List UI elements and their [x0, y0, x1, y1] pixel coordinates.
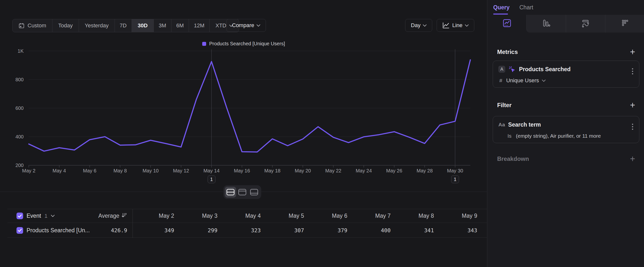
annotation-badge[interactable]: 1: [451, 175, 459, 183]
kebab-menu-icon[interactable]: [632, 68, 633, 74]
cell-value: 341: [397, 227, 434, 233]
svg-text:May 10: May 10: [142, 168, 159, 173]
string-type-icon: Aa: [498, 122, 505, 128]
insights-tab[interactable]: [487, 15, 526, 33]
cell-value: 343: [440, 227, 477, 233]
date-column-header[interactable]: May 6: [310, 212, 347, 219]
chevron-down-icon[interactable]: [542, 80, 546, 82]
date-column-header[interactable]: May 7: [354, 212, 391, 219]
range-6m[interactable]: 6M: [172, 19, 189, 32]
average-value: 426.9: [111, 227, 127, 233]
range-12m[interactable]: 12M: [189, 19, 210, 32]
svg-text:May 14: May 14: [204, 168, 220, 173]
filter-card[interactable]: Aa Search term Is (empty string), Air pu…: [493, 116, 639, 143]
column-divider: [132, 209, 133, 238]
date-column-header[interactable]: May 3: [180, 212, 218, 219]
event-count: 1: [44, 213, 48, 219]
kebab-menu-icon[interactable]: [632, 124, 633, 130]
more-charts-tab[interactable]: [605, 15, 644, 33]
date-column-header[interactable]: May 8: [397, 212, 434, 219]
split-view-button[interactable]: [225, 187, 236, 197]
insights-icon: [502, 18, 512, 29]
date-column-header[interactable]: May 2: [137, 212, 174, 219]
metrics-heading: Metrics: [497, 49, 518, 55]
svg-text:800: 800: [16, 77, 24, 82]
more-charts-icon: [620, 19, 629, 29]
compare-button[interactable]: Compare: [226, 19, 266, 32]
annotation-badge[interactable]: 1: [208, 175, 216, 183]
svg-text:May 6: May 6: [83, 168, 96, 173]
chevron-down-icon: [256, 24, 260, 27]
legend-swatch: [202, 42, 206, 46]
filter-row: Aa Search term: [498, 120, 623, 130]
line-chart[interactable]: 1K800600400200May 2May 4May 6May 8May 10…: [0, 49, 487, 187]
legend-label: Products Searched [Unique Users]: [209, 41, 285, 47]
date-column-header[interactable]: May 5: [267, 212, 304, 219]
event-name-cell: Products Searched [Un...: [8, 227, 90, 234]
tab-chart[interactable]: Chart: [519, 4, 533, 11]
row-checkbox[interactable]: [16, 227, 23, 234]
metrics-section-header: Metrics +: [497, 48, 635, 56]
granularity-button[interactable]: Day: [405, 19, 432, 32]
cell-value: 400: [354, 227, 391, 233]
svg-text:May 26: May 26: [386, 168, 402, 173]
svg-text:May 20: May 20: [295, 168, 311, 173]
tab-query[interactable]: Query: [493, 4, 510, 11]
flows-tab[interactable]: [566, 15, 605, 33]
aggregation-selector[interactable]: Unique Users: [506, 77, 539, 84]
range-today[interactable]: Today: [52, 19, 79, 32]
range-yesterday[interactable]: Yesterday: [79, 19, 115, 32]
cell-value: 323: [224, 227, 261, 233]
svg-text:May 8: May 8: [114, 168, 127, 173]
main-area: Custom Today Yesterday 7D 30D 3M 6M 12M …: [0, 0, 487, 267]
chevron-down-icon[interactable]: [51, 215, 54, 217]
svg-text:May 22: May 22: [325, 168, 342, 173]
date-range-group: Custom Today Yesterday 7D 30D 3M 6M 12M …: [12, 19, 239, 32]
breakdown-heading: Breakdown: [497, 155, 529, 162]
metric-name[interactable]: Products Searched: [519, 66, 571, 73]
chevron-down-icon: [423, 24, 426, 27]
date-column-header[interactable]: May 9: [440, 212, 477, 219]
filter-condition-row: Is (empty string), Air purifier, or 11 m…: [508, 132, 634, 140]
average-column-header[interactable]: Average: [98, 212, 127, 219]
panel-tabs: Query Chart: [487, 0, 644, 15]
funnels-icon: [542, 19, 551, 29]
range-label: Custom: [28, 23, 46, 29]
breakdown-section-header: Breakdown +: [497, 155, 635, 163]
filter-value[interactable]: (empty string), Air purifier, or 11 more: [516, 133, 601, 139]
range-3m[interactable]: 3M: [154, 19, 172, 32]
svg-text:600: 600: [16, 105, 24, 111]
range-30d[interactable]: 30D: [132, 19, 154, 32]
svg-text:May 2: May 2: [22, 168, 36, 173]
metric-row: A Products Searched: [498, 64, 623, 74]
range-7d[interactable]: 7D: [115, 19, 132, 32]
svg-text:May 16: May 16: [234, 168, 250, 173]
svg-text:400: 400: [16, 134, 24, 139]
filter-operator[interactable]: Is: [508, 133, 512, 139]
event-header-cell: Event 1: [8, 212, 54, 219]
series-badge: A: [498, 66, 505, 73]
chart-only-button[interactable]: [237, 187, 248, 197]
table-only-button[interactable]: [248, 187, 260, 197]
table-row[interactable]: Products Searched [Un... 426.9 349 299 3…: [8, 223, 487, 238]
event-header-label: Event: [26, 212, 41, 219]
date-column-header[interactable]: May 4: [224, 212, 261, 219]
chevron-down-icon: [465, 24, 468, 27]
funnels-tab[interactable]: [526, 15, 566, 33]
layout-toggle: [223, 185, 261, 199]
chart-type-button[interactable]: Line: [437, 19, 474, 32]
calendar-icon: [18, 23, 24, 29]
chart-legend: Products Searched [Unique Users]: [0, 41, 487, 47]
range-custom[interactable]: Custom: [12, 19, 52, 32]
select-all-checkbox[interactable]: [16, 212, 23, 219]
svg-text:200: 200: [16, 163, 24, 168]
active-tab-underline: [493, 14, 508, 15]
cursor-click-icon: [508, 66, 516, 73]
filter-property-name[interactable]: Search term: [508, 121, 541, 128]
metric-card[interactable]: A Products Searched # Unique Users: [493, 61, 639, 88]
aggregation-row: # Unique Users: [499, 76, 634, 85]
flows-icon: [581, 19, 590, 29]
cell-value: 349: [137, 227, 174, 233]
query-panel: Query Chart: [487, 0, 644, 267]
filter-heading: Filter: [497, 102, 512, 109]
